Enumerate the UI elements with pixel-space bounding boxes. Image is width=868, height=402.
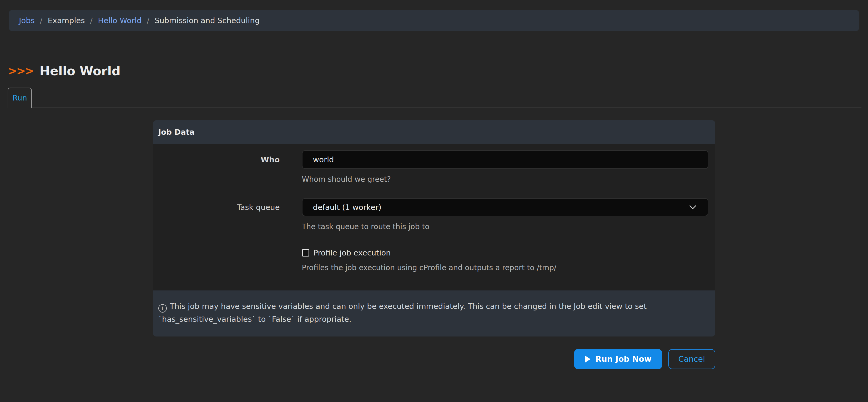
breadcrumb-separator: /	[147, 16, 149, 25]
task-queue-label: Task queue	[153, 203, 280, 212]
breadcrumb-link-jobs[interactable]: Jobs	[19, 16, 35, 25]
tab-strip: Run	[8, 87, 861, 108]
page-title: Hello World	[40, 65, 121, 77]
profile-checkbox[interactable]	[302, 249, 309, 256]
who-label: Who	[153, 155, 280, 164]
field-row-task-queue: Task queue default (1 worker) The task q…	[153, 198, 708, 231]
who-input[interactable]	[302, 150, 708, 169]
run-job-now-label: Run Job Now	[595, 354, 651, 364]
cancel-label: Cancel	[678, 354, 705, 364]
sensitive-variables-notice: iThis job may have sensitive variables a…	[153, 290, 715, 337]
task-queue-help-text: The task queue to route this job to	[302, 222, 708, 231]
breadcrumb-item-submission-and-scheduling: Submission and Scheduling	[155, 16, 259, 25]
chevron-down-icon	[689, 205, 696, 209]
field-row-profile: Profile job execution Profiles the job e…	[153, 248, 708, 272]
card-header: Job Data	[153, 120, 715, 144]
tab-run[interactable]: Run	[8, 88, 32, 108]
card-body: Who Whom should we greet? Task queue def…	[153, 144, 715, 290]
profile-checkbox-label[interactable]: Profile job execution	[313, 248, 391, 257]
play-icon	[585, 355, 590, 363]
action-bar: Run Job Now Cancel	[153, 349, 715, 369]
info-circle-icon: i	[158, 304, 167, 313]
cancel-button[interactable]: Cancel	[669, 349, 715, 369]
breadcrumb-item-examples: Examples	[48, 16, 85, 25]
profile-help-text: Profiles the job execution using cProfil…	[302, 264, 708, 272]
breadcrumb-link-hello-world[interactable]: Hello World	[98, 16, 142, 25]
notice-text: This job may have sensitive variables an…	[158, 302, 647, 323]
task-queue-select[interactable]: default (1 worker)	[302, 198, 708, 216]
breadcrumb: Jobs / Examples / Hello World / Submissi…	[9, 10, 859, 31]
who-help-text: Whom should we greet?	[302, 175, 708, 184]
field-row-who: Who Whom should we greet?	[153, 150, 708, 184]
task-queue-selected-value: default (1 worker)	[313, 203, 381, 212]
breadcrumb-separator: /	[90, 16, 93, 25]
card-title: Job Data	[158, 128, 195, 136]
brand-chevrons-icon: >>>	[8, 65, 33, 76]
job-data-card: Job Data Who Whom should we greet? Task …	[153, 120, 715, 337]
run-job-now-button[interactable]: Run Job Now	[574, 349, 662, 369]
breadcrumb-separator: /	[40, 16, 42, 25]
profile-checkbox-row: Profile job execution	[302, 248, 708, 257]
page-title-row: >>> Hello World	[8, 65, 868, 77]
